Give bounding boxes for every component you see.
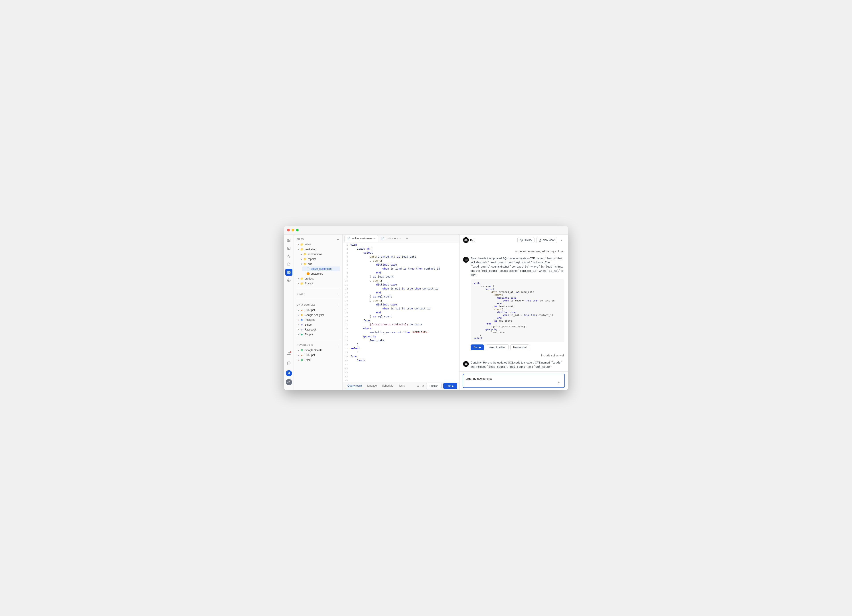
sidebar-item-product[interactable]: ▶ 📁 product xyxy=(296,276,340,281)
close-button[interactable] xyxy=(287,229,290,231)
spacer xyxy=(303,272,306,275)
svg-rect-0 xyxy=(287,239,289,240)
tab-active-customers[interactable]: 📄 active_customers × xyxy=(344,235,378,242)
chat-input-box[interactable]: order by newest first ➤ xyxy=(462,374,565,388)
code-line-24: 24 group by xyxy=(343,335,459,339)
publish-button[interactable]: Publish xyxy=(426,383,441,389)
code-line-34: 34 xyxy=(343,375,459,379)
tab-query-result[interactable]: Query result xyxy=(345,383,364,389)
run-button[interactable]: Run ▶ xyxy=(443,383,457,389)
sidebar-item-customers[interactable]: 🟠 customers xyxy=(302,271,340,276)
chat-history-button[interactable]: History xyxy=(517,237,535,243)
settings-icon[interactable] xyxy=(286,277,292,284)
sidebar-item-label: Facebook xyxy=(305,328,339,331)
sidebar-item-marketing[interactable]: ▼ 📁 marketing xyxy=(296,247,340,252)
chat-brand: Ed xyxy=(463,237,516,243)
tab-customers[interactable]: 📄 customers × xyxy=(378,235,404,242)
folder-icon: 📁 xyxy=(303,253,307,256)
chat-close-button[interactable]: × xyxy=(559,237,565,243)
insert-to-editor-label: Insert to editor xyxy=(489,346,506,349)
tab-tests-label: Tests xyxy=(399,384,405,387)
chat-brand-name: Ed xyxy=(470,238,474,242)
avatar-jd[interactable]: JD xyxy=(286,379,292,385)
sidebar-item-label: Excel xyxy=(305,358,339,361)
insert-to-editor-button[interactable]: Insert to editor xyxy=(486,345,509,350)
sidebar-item-label: HubSpot xyxy=(305,354,339,357)
refresh-icon[interactable]: ↺ xyxy=(421,384,424,388)
settings-icon[interactable]: ≡ xyxy=(417,384,419,388)
chat-new-chat-label: New Chat xyxy=(543,238,554,242)
robot-icon[interactable] xyxy=(286,269,292,276)
sidebar-item-active-customers[interactable]: 📄 active_customers xyxy=(302,267,340,271)
code-line-31: 31 xyxy=(343,363,459,367)
bottom-actions: ≡ ↺ Publish Run ▶ xyxy=(417,383,457,389)
code-line-12: 12 when is_mql is true then contact_id xyxy=(343,287,459,291)
chart-icon[interactable] xyxy=(286,253,292,260)
code-editor[interactable]: 1with 2 leads as ( 3 select 4 date(creat… xyxy=(343,243,459,382)
maximize-button[interactable] xyxy=(296,229,299,231)
chat-header: Ed History New Chat × xyxy=(459,235,568,246)
file-icon[interactable] xyxy=(286,261,292,268)
chevron-icon: ▼ xyxy=(297,248,300,251)
run-button[interactable]: Run ▶ xyxy=(471,345,484,350)
main-window: M JD FILES + ▶ 📁 sales ▼ xyxy=(284,226,568,390)
sidebar-item-shopify[interactable]: ▶ ◉ Shopify xyxy=(296,332,340,337)
reverse-etl-label: REVERSE ETL xyxy=(297,344,314,346)
sidebar-item-excel[interactable]: ▶ ▦ Excel xyxy=(296,357,340,362)
code-line-15: 15 , count( xyxy=(343,299,459,303)
sidebar-item-reports[interactable]: ▶ 📁 reports xyxy=(299,257,340,262)
files-add-button[interactable]: + xyxy=(337,238,339,241)
chat-new-chat-button[interactable]: New Chat xyxy=(536,237,557,243)
sidebar-item-ads[interactable]: ▼ 📁 ads xyxy=(299,262,340,267)
avatar-m[interactable]: M xyxy=(286,370,292,377)
chat-send-button[interactable]: ➤ xyxy=(556,379,562,385)
chat-input-field[interactable]: order by newest first xyxy=(466,377,554,385)
shopify-icon: ◉ xyxy=(300,333,304,336)
notifications-icon[interactable] xyxy=(286,350,292,357)
sidebar-item-google-sheets[interactable]: ▶ ▦ Google Sheets xyxy=(296,348,340,352)
sidebar-item-sales[interactable]: ▶ 📁 sales xyxy=(296,242,340,247)
tab-tests[interactable]: Tests xyxy=(396,383,407,389)
code-line-2: 2 leads as ( xyxy=(343,247,459,251)
ai-message-1-actions: Run ▶ Insert to editor New model xyxy=(471,345,565,350)
main-layout: M JD FILES + ▶ 📁 sales ▼ xyxy=(284,235,568,390)
tab-add-button[interactable]: + xyxy=(404,235,410,242)
chevron-icon: ▶ xyxy=(300,258,303,261)
table-icon[interactable] xyxy=(286,245,292,252)
sidebar-item-stripe[interactable]: ▶ ◈ Stripe xyxy=(296,322,340,327)
tab-schedule[interactable]: Schedule xyxy=(379,383,396,389)
sidebar-item-explorations[interactable]: ▶ 📁 explorations xyxy=(299,252,340,257)
code-line-33: 33 xyxy=(343,371,459,375)
tab-close-button[interactable]: × xyxy=(374,237,375,240)
folder-icon: 📁 xyxy=(303,262,307,266)
run-label: Run ▶ xyxy=(473,346,481,349)
bottom-bar: Query result Lineage Schedule Tests ≡ ↺ … xyxy=(343,382,459,390)
svg-point-8 xyxy=(288,272,289,273)
chat-input-area: order by newest first ➤ xyxy=(459,371,568,390)
code-line-6: 6 distinct case xyxy=(343,263,459,267)
data-sources-label: DATA SOURCES xyxy=(297,304,316,306)
stripe-icon: ◈ xyxy=(300,323,304,327)
tabs-bar: 📄 active_customers × 📄 customers × + xyxy=(343,235,459,243)
home-icon[interactable] xyxy=(286,237,292,244)
sidebar-item-facebook[interactable]: ▶ f Facebook xyxy=(296,327,340,332)
minimize-button[interactable] xyxy=(292,229,294,231)
data-sources-add-button[interactable]: + xyxy=(337,303,339,307)
svg-point-10 xyxy=(289,270,289,271)
files-section: FILES + ▶ 📁 sales ▼ 📁 marketing xyxy=(294,235,342,287)
new-model-button[interactable]: New model xyxy=(510,345,529,350)
chat-panel: Ed History New Chat × xyxy=(459,235,568,390)
draft-add-button[interactable]: + xyxy=(337,292,339,296)
tab-lineage[interactable]: Lineage xyxy=(364,383,379,389)
reverse-etl-add-button[interactable]: + xyxy=(337,343,339,347)
sidebar-item-google-analytics[interactable]: ▶ ◆ Google Analytics xyxy=(296,313,340,318)
tab-close-button[interactable]: × xyxy=(399,237,401,240)
code-line-25: 25 lead_date xyxy=(343,339,459,343)
sidebar-item-hubspot[interactable]: ▶ ● HubSpot xyxy=(296,308,340,313)
sidebar-item-postgres[interactable]: ▶ ▣ Postgres xyxy=(296,318,340,322)
chat-icon[interactable] xyxy=(286,360,292,367)
sidebar-item-hubspot-etl[interactable]: ▶ ● HubSpot xyxy=(296,352,340,357)
svg-rect-4 xyxy=(287,247,290,250)
chevron-icon: ▶ xyxy=(297,318,300,321)
sidebar-item-finance[interactable]: ▶ 📁 finance xyxy=(296,281,340,286)
